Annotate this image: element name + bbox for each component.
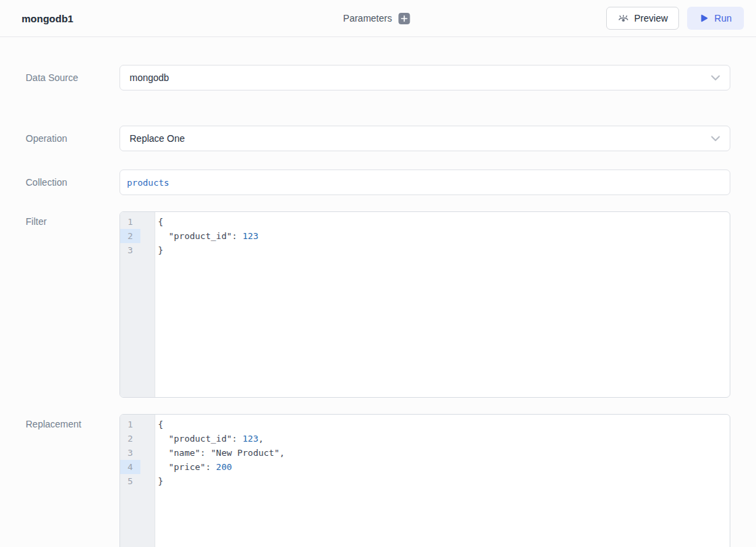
parameters-label: Parameters	[343, 13, 392, 24]
code-line: }	[158, 243, 724, 257]
chevron-down-icon	[711, 75, 720, 81]
play-icon	[699, 14, 709, 23]
code-line: "product_id": 123	[158, 229, 724, 243]
collection-input[interactable]: products	[119, 170, 730, 195]
topbar-actions: Preview Run	[606, 7, 744, 30]
preview-button[interactable]: Preview	[606, 7, 680, 30]
operation-row: Operation Replace One	[26, 126, 730, 151]
operation-label: Operation	[26, 133, 119, 144]
filter-gutter: 123	[120, 212, 155, 397]
replacement-row: Replacement 12345 { "product_id": 123, "…	[26, 414, 730, 547]
line-number: 2	[120, 432, 140, 446]
replacement-gutter: 12345	[120, 415, 155, 547]
code-line: "price": 200	[158, 460, 724, 474]
eye-icon	[618, 14, 629, 24]
run-button[interactable]: Run	[687, 7, 744, 30]
line-number: 1	[120, 417, 140, 432]
filter-label: Filter	[26, 211, 119, 227]
query-editor-topbar: mongodb1 Parameters Preview	[0, 0, 756, 37]
code-line: {	[158, 215, 724, 229]
data-source-label: Data Source	[26, 72, 119, 83]
line-number: 5	[120, 474, 140, 488]
collection-value: products	[127, 178, 169, 188]
code-line: }	[158, 474, 724, 488]
operation-select[interactable]: Replace One	[119, 126, 730, 151]
line-number: 3	[120, 446, 140, 460]
filter-code[interactable]: { "product_id": 123}	[155, 212, 730, 397]
data-source-select[interactable]: mongodb	[119, 65, 730, 90]
parameters-section: Parameters	[343, 13, 410, 24]
data-source-value: mongodb	[130, 72, 169, 83]
run-button-label: Run	[714, 13, 732, 24]
plus-icon	[401, 15, 408, 22]
line-number: 1	[120, 215, 140, 229]
data-source-row: Data Source mongodb	[26, 65, 730, 90]
filter-code-editor: 123 { "product_id": 123}	[119, 211, 730, 398]
add-parameter-button[interactable]	[399, 13, 410, 24]
line-number: 3	[120, 243, 140, 257]
operation-value: Replace One	[130, 133, 185, 144]
line-number: 2	[120, 229, 140, 243]
replacement-code[interactable]: { "product_id": 123, "name": "New Produc…	[155, 415, 730, 547]
query-title: mongodb1	[22, 13, 74, 24]
replacement-code-editor: 12345 { "product_id": 123, "name": "New …	[119, 414, 730, 547]
code-line: "product_id": 123,	[158, 432, 724, 446]
filter-row: Filter 123 { "product_id": 123}	[26, 211, 730, 398]
code-line: "name": "New Product",	[158, 446, 724, 460]
chevron-down-icon	[711, 136, 720, 142]
replacement-label: Replacement	[26, 414, 119, 429]
code-line: {	[158, 417, 724, 432]
preview-button-label: Preview	[634, 13, 668, 24]
query-form: Data Source mongodb Operation Replace On…	[0, 37, 756, 547]
line-number: 4	[120, 460, 140, 474]
collection-label: Collection	[26, 177, 119, 188]
collection-row: Collection products	[26, 170, 730, 195]
